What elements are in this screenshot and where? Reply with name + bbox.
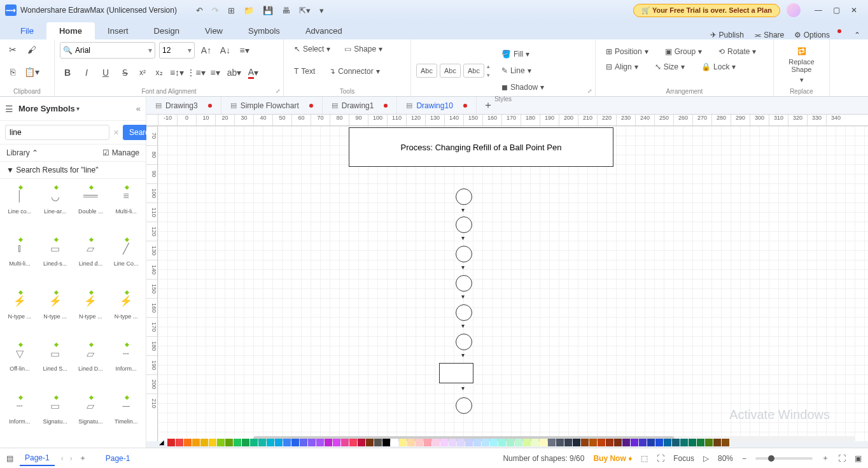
canvas[interactable]: Process: Changing Refill of a Ball Point… [158,126,868,441]
color-swatch[interactable] [341,439,349,446]
color-swatch[interactable] [614,439,622,446]
shape-item[interactable]: │Line co... [3,183,37,234]
color-swatch[interactable] [664,439,671,446]
present-icon[interactable]: ▷ [703,454,709,463]
color-swatch[interactable] [416,439,423,446]
clear-search-icon[interactable]: ✕ [113,129,119,137]
redo-icon[interactable]: ↷ [212,6,219,15]
page-list-icon[interactable]: ▤ [6,454,13,463]
rectangle-shape[interactable] [439,363,473,383]
color-swatch[interactable] [234,439,241,446]
publish-button[interactable]: ✈ Publish [710,31,744,39]
color-swatch[interactable] [258,439,266,446]
shape-tool[interactable]: ▭ Shape ▾ [339,42,388,56]
color-swatch[interactable] [655,439,663,446]
shape-item[interactable]: ▽Off-lin... [3,340,37,391]
circle-shape-3[interactable] [456,246,472,262]
color-swatch[interactable] [449,439,456,446]
circle-shape-5[interactable] [456,304,472,321]
hamburger-icon[interactable]: ☰ [5,104,13,114]
format-painter-icon[interactable]: 🖌 [24,42,39,57]
print-icon[interactable]: 🖶 [282,6,290,15]
title-shape[interactable]: Process: Changing Refill of a Ball Point… [349,127,613,167]
group-button[interactable]: ▣ Group▾ [660,45,707,59]
collapse-ribbon-icon[interactable]: ⌃ [854,31,860,39]
color-swatch[interactable] [225,439,233,446]
color-swatch[interactable] [432,439,440,446]
color-swatch[interactable] [325,439,332,446]
fill-button[interactable]: 🪣 Fill▾ [496,47,549,61]
color-swatch[interactable] [531,439,539,446]
color-swatch[interactable] [680,439,688,446]
sidebar-title-caret-icon[interactable]: ▾ [76,105,80,112]
color-swatch[interactable] [697,439,704,446]
eyedropper-icon[interactable]: ◢ [159,439,164,448]
buy-now-link[interactable]: Buy Now ♦ [593,454,632,463]
color-swatch[interactable] [250,439,258,446]
shape-item[interactable]: ┄Inform... [109,340,143,391]
circle-shape-1[interactable] [456,188,472,205]
fit-icon[interactable]: ⛶ [657,454,664,463]
color-swatch[interactable] [540,439,547,446]
color-swatch[interactable] [647,439,655,446]
menu-view[interactable]: View [192,22,235,39]
line-button[interactable]: ✎ Line▾ [496,64,549,78]
increase-font-icon[interactable]: A↑ [199,43,214,58]
menu-home[interactable]: Home [46,22,95,39]
shape-item[interactable]: ▭Lined-s... [38,235,73,286]
select-tool[interactable]: ↖ Select ▾ [289,42,335,56]
export-icon[interactable]: ⇱▾ [299,6,311,15]
shape-item[interactable]: ⚡N-type ... [109,288,143,339]
menu-insert[interactable]: Insert [95,22,141,39]
color-swatch[interactable] [358,439,365,446]
align-menu-icon[interactable]: ≡▾ [237,43,252,58]
color-swatch[interactable] [473,439,481,446]
align-button[interactable]: ⊟ Align▾ [601,60,643,74]
style-scroll-up-icon[interactable]: ▴ [487,63,490,69]
zoom-slider[interactable] [755,457,813,460]
shadow-button[interactable]: ◼ Shadow▾ [496,80,549,94]
shape-item[interactable]: ⚡N-type ... [74,288,108,339]
bold-icon[interactable]: B [60,65,75,80]
color-swatch[interactable] [374,439,382,446]
color-swatch[interactable] [705,439,713,446]
shape-item[interactable]: ─Timelin... [109,393,143,444]
close-button[interactable]: ✕ [845,6,863,15]
color-swatch[interactable] [399,439,407,446]
shape-item[interactable]: ▱Lined d... [74,235,108,286]
copy-icon[interactable]: ⎘ [5,64,20,80]
trial-banner[interactable]: 🛒 Your Free Trial is over. Select a Plan [633,4,780,17]
doc-tab[interactable]: ▤Drawing3 [146,97,221,114]
menu-design[interactable]: Design [141,22,192,39]
minimize-button[interactable]: — [809,6,827,15]
color-swatch[interactable] [333,439,340,446]
color-swatch[interactable] [407,439,415,446]
options-button[interactable]: ⚙ Options [794,31,830,39]
color-swatch[interactable] [606,439,613,446]
shape-item[interactable]: ┄Inform... [3,393,37,444]
page-tab-next-icon[interactable]: › [70,454,73,463]
color-swatch[interactable] [523,439,531,446]
underline-icon[interactable]: U [98,65,113,80]
color-swatch[interactable] [217,439,225,446]
style-preset-1[interactable]: Abc [416,64,437,78]
color-swatch[interactable] [424,439,431,446]
color-swatch[interactable] [589,439,597,446]
library-link[interactable]: Library ⌃ [6,148,38,157]
color-swatch[interactable] [598,439,605,446]
color-swatch[interactable] [689,439,696,446]
color-swatch[interactable] [713,439,721,446]
color-swatch[interactable] [564,439,572,446]
shape-item[interactable]: ══Double ... [74,183,108,234]
color-swatch[interactable] [167,439,175,446]
doc-tab[interactable]: ▤Simple Flowchart [221,97,323,114]
color-swatch[interactable] [631,439,638,446]
strikethrough-icon[interactable]: S̶ [117,65,132,80]
focus-button[interactable]: Focus [673,454,694,463]
manage-link[interactable]: ☑ Manage [102,148,139,157]
color-swatch[interactable] [457,439,465,446]
color-swatch[interactable] [498,439,506,446]
open-icon[interactable]: 📁 [244,6,254,15]
shape-item[interactable]: ⫿Multi-li... [3,235,37,286]
color-swatch[interactable] [556,439,564,446]
